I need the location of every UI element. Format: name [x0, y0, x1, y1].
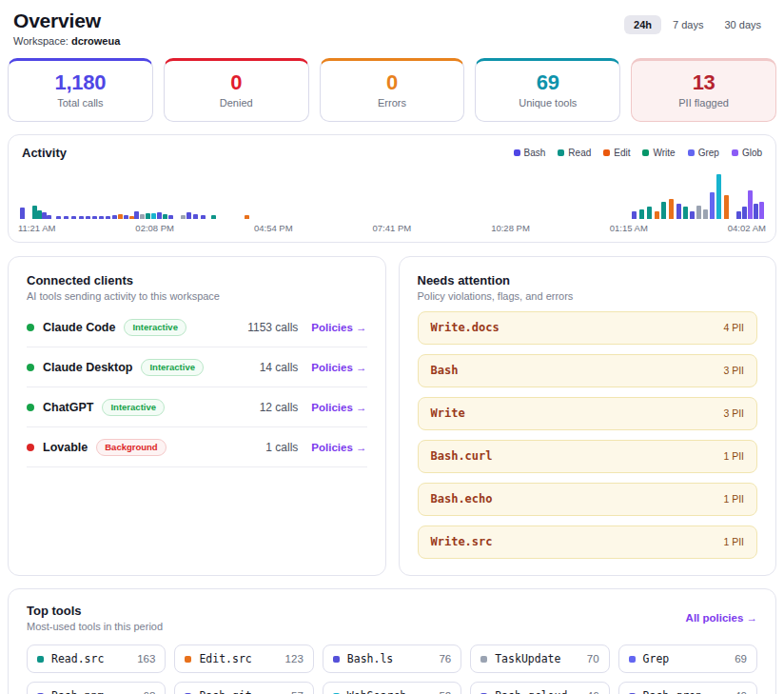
client-name: Lovable: [43, 441, 88, 454]
tool-swatch-icon: [629, 656, 636, 663]
tool-count: 68: [136, 690, 156, 694]
attention-list: Write.docs4 PIIBash3 PIIWrite3 PIIBash.c…: [418, 311, 758, 559]
activity-bar-edit: [724, 195, 729, 219]
attention-tool-name: Bash.echo: [431, 492, 493, 506]
attention-row-write-src[interactable]: Write.src1 PII: [418, 525, 758, 559]
attention-title: Needs attention: [418, 273, 758, 288]
activity-bar-bash: [106, 216, 110, 219]
tool-chip-edit-src[interactable]: Edit.src123: [174, 644, 313, 673]
tool-count: 70: [579, 653, 599, 664]
legend-label: Write: [653, 148, 675, 158]
attention-tool-name: Bash.curl: [431, 449, 493, 463]
activity-bar-other-gray: [140, 214, 145, 219]
client-policies-link[interactable]: Policies →: [311, 322, 366, 333]
axis-tick-label: 11:21 AM: [18, 223, 55, 233]
page-header: Overview Workspace: dcroweua 24h7 days30…: [8, 6, 776, 58]
tool-chip-websearch[interactable]: WebSearch52: [323, 682, 461, 694]
attention-pii-count: 1 PII: [723, 493, 744, 505]
tool-count: 40: [727, 690, 747, 694]
legend-item-edit: Edit: [603, 148, 630, 158]
legend-label: Glob: [742, 148, 762, 158]
axis-tick-label: 04:02 AM: [728, 223, 766, 233]
stat-card-total-calls: 1,180Total calls: [8, 58, 153, 122]
range-button-24h[interactable]: 24h: [624, 15, 661, 34]
activity-chart: [16, 169, 768, 219]
tool-chip-bash-gcloud[interactable]: Bash.gcloud46: [470, 682, 609, 694]
activity-bar-other-gray: [703, 209, 708, 219]
tool-name: Bash.ls: [347, 652, 393, 665]
tool-swatch-icon: [480, 656, 487, 663]
clients-list: Claude CodeInteractive1153 callsPolicies…: [27, 307, 367, 467]
attention-tool-name: Write.docs: [431, 321, 500, 334]
attention-pii-count: 4 PII: [723, 322, 744, 333]
range-button-7-days[interactable]: 7 days: [663, 15, 713, 34]
attention-subtitle: Policy violations, flags, and errors: [418, 290, 758, 302]
attention-row-bash-curl[interactable]: Bash.curl1 PII: [418, 440, 758, 473]
tool-swatch-icon: [333, 656, 340, 663]
legend-label: Edit: [614, 148, 630, 158]
client-calls-count: 1 calls: [265, 441, 298, 454]
attention-row-write-docs[interactable]: Write.docs4 PII: [418, 311, 758, 345]
tool-chip-bash-git[interactable]: Bash.git57: [174, 682, 313, 694]
activity-bar-other-cyan: [151, 213, 156, 219]
top-tools-title: Top tools: [27, 604, 163, 618]
client-badge-interactive: Interactive: [124, 319, 186, 336]
attention-row-bash-echo[interactable]: Bash.echo1 PII: [418, 483, 758, 516]
tool-swatch-icon: [185, 656, 191, 663]
activity-bar-bash: [134, 211, 139, 219]
tool-chip-read-src[interactable]: Read.src163: [27, 644, 166, 673]
overview-page: Overview Workspace: dcroweua 24h7 days30…: [0, 0, 784, 694]
attention-row-bash[interactable]: Bash3 PII: [418, 354, 758, 387]
client-name: Claude Desktop: [43, 361, 132, 374]
legend-item-write: Write: [642, 148, 675, 158]
tool-chip-bash-ls[interactable]: Bash.ls76: [323, 644, 461, 673]
client-badge-interactive: Interactive: [102, 399, 165, 416]
client-status-dot: [27, 444, 34, 451]
tool-count: 76: [431, 653, 451, 664]
client-name: ChatGPT: [43, 401, 93, 414]
activity-bar-bash: [71, 216, 76, 219]
tool-count: 57: [284, 690, 304, 694]
attention-tool-name: Write: [431, 406, 465, 420]
legend-item-grep: Grep: [688, 148, 719, 158]
activity-bar-bash: [124, 215, 128, 219]
tool-count: 46: [579, 690, 599, 694]
tool-chip-taskupdate[interactable]: TaskUpdate70: [470, 644, 609, 673]
stat-card-unique-tools: 69Unique tools: [475, 58, 620, 122]
axis-tick-label: 07:41 PM: [373, 223, 412, 233]
activity-bar-bash: [86, 216, 90, 219]
tool-count: 69: [727, 653, 747, 664]
activity-bar-read: [146, 213, 150, 219]
stat-label-unique-tools: Unique tools: [480, 97, 616, 109]
connected-clients-panel: Connected clients AI tools sending activ…: [8, 256, 386, 576]
activity-bar-read: [163, 214, 167, 219]
client-policies-link[interactable]: Policies →: [311, 442, 366, 453]
range-button-30-days[interactable]: 30 days: [715, 15, 771, 34]
activity-bar-bash: [632, 211, 637, 219]
activity-bar-edit: [655, 211, 659, 219]
attention-row-write[interactable]: Write3 PII: [418, 397, 758, 430]
tool-chip-bash-npm[interactable]: Bash.npm68: [27, 682, 166, 694]
activity-bar-other-gray: [696, 206, 701, 219]
activity-bar-bash: [112, 215, 117, 219]
all-policies-link[interactable]: All policies →: [686, 612, 757, 624]
needs-attention-panel: Needs attention Policy violations, flags…: [399, 256, 777, 576]
activity-legend: BashReadEditWriteGrepGlob: [514, 148, 762, 158]
activity-bar-bash: [79, 216, 84, 219]
stat-card-errors: 0Errors: [320, 58, 465, 122]
stat-value-pii-flagged: 13: [636, 70, 772, 95]
legend-label: Read: [568, 148, 591, 158]
activity-bar-read: [683, 207, 688, 219]
axis-tick-label: 10:28 PM: [491, 223, 530, 233]
tool-chip-grep[interactable]: Grep69: [618, 644, 757, 673]
client-policies-link[interactable]: Policies →: [311, 362, 366, 373]
legend-item-glob: Glob: [732, 148, 762, 158]
workspace-name: dcroweua: [71, 35, 120, 47]
activity-bar-other-gray: [181, 215, 186, 219]
tool-chip-bash-grep[interactable]: Bash.grep40: [618, 682, 757, 694]
client-policies-link[interactable]: Policies →: [311, 402, 366, 413]
client-calls-count: 12 calls: [260, 401, 299, 414]
tool-name: TaskUpdate: [495, 652, 560, 665]
tool-count: 52: [431, 690, 451, 694]
activity-bar-edit: [669, 199, 674, 219]
